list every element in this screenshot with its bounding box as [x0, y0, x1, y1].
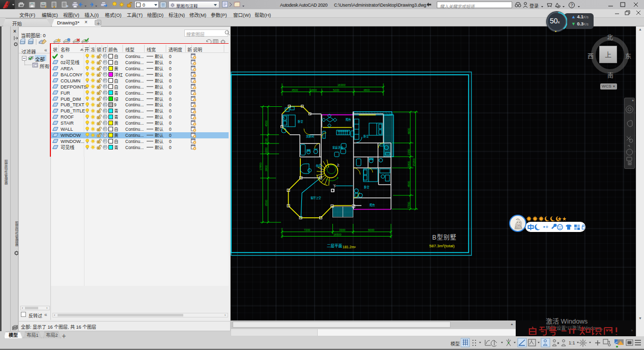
svg-text:0: 0 — [169, 139, 172, 144]
svg-text:Continu...: Continu... — [125, 145, 144, 150]
svg-text:0: 0 — [169, 60, 172, 65]
svg-text:青: 青 — [114, 114, 119, 120]
svg-text:0: 0 — [169, 78, 172, 83]
svg-text:WALL: WALL — [61, 127, 73, 132]
svg-text:白: 白 — [114, 60, 119, 65]
svg-text:状: 状 — [53, 47, 58, 52]
svg-text:家庭活动: 家庭活动 — [332, 145, 343, 150]
svg-text:WINDOW...: WINDOW... — [61, 139, 85, 144]
svg-text:4800: 4800 — [363, 89, 370, 92]
svg-text:默认: 默认 — [155, 139, 164, 144]
svg-text:Continu...: Continu... — [125, 114, 144, 120]
svg-text:上: 上 — [337, 163, 340, 166]
svg-text:Continu...: Continu... — [125, 91, 144, 96]
svg-text:开: 开 — [85, 47, 89, 52]
svg-text:1:1: 1:1 — [569, 340, 575, 345]
svg-text:0: 0 — [169, 127, 172, 132]
svg-text:4500: 4500 — [292, 89, 298, 92]
svg-text:0: 0 — [169, 97, 172, 102]
svg-text:默认: 默认 — [155, 102, 164, 107]
svg-text:16300: 16300 — [338, 83, 346, 86]
svg-text:9: 9 — [114, 102, 117, 107]
svg-text:默认: 默认 — [155, 145, 164, 150]
svg-text:默认: 默认 — [155, 60, 164, 65]
svg-text:7700: 7700 — [407, 202, 410, 208]
svg-text:1800: 1800 — [311, 89, 317, 92]
svg-text:AREA: AREA — [61, 66, 73, 71]
svg-text:默认: 默认 — [155, 66, 164, 71]
svg-text:透明度: 透明度 — [169, 47, 182, 52]
svg-text:0: 0 — [169, 102, 172, 107]
svg-text:冻: 冻 — [91, 47, 95, 52]
svg-text:默认: 默认 — [155, 127, 164, 132]
svg-text:默认: 默认 — [155, 97, 164, 102]
svg-text:Continu...: Continu... — [125, 127, 144, 132]
svg-text:可见线: 可见线 — [61, 144, 74, 150]
svg-text:说明: 说明 — [193, 47, 202, 52]
svg-text:Continu...: Continu... — [125, 133, 144, 138]
svg-text:客厅上空: 客厅上空 — [311, 196, 321, 200]
svg-text:0: 0 — [169, 114, 172, 120]
svg-text:5200: 5200 — [333, 89, 339, 92]
svg-text:黄: 黄 — [114, 133, 119, 138]
svg-text:白: 白 — [114, 78, 119, 83]
svg-text:下: 下 — [333, 185, 336, 188]
svg-text:打: 打 — [102, 47, 107, 52]
svg-text:0: 0 — [169, 66, 172, 71]
svg-text:DEFPOINTS: DEFPOINTS — [61, 84, 87, 90]
svg-text:FUR: FUR — [61, 91, 70, 96]
svg-text:默认: 默认 — [155, 133, 164, 138]
svg-text:默认: 默认 — [155, 114, 164, 120]
svg-text:二层平面: 二层平面 — [327, 244, 342, 248]
svg-text:PUB_TEXT: PUB_TEXT — [61, 102, 85, 107]
svg-text:白: 白 — [114, 139, 119, 144]
svg-text:3300: 3300 — [339, 228, 345, 231]
svg-text:Continu...: Continu... — [125, 97, 144, 102]
svg-text:卧室: 卧室 — [298, 120, 303, 124]
svg-text:6500: 6500 — [265, 200, 268, 206]
svg-text:0: 0 — [169, 108, 172, 113]
svg-text:颜色: 颜色 — [108, 47, 118, 52]
svg-text:PUB_DIM: PUB_DIM — [61, 97, 81, 102]
svg-text:Continu...: Continu... — [125, 54, 144, 59]
svg-text:3800: 3800 — [265, 165, 268, 171]
svg-text:IT: IT — [569, 327, 576, 335]
svg-text:Continu...: Continu... — [125, 66, 144, 71]
svg-text:锁: 锁 — [97, 47, 101, 52]
svg-text:黄: 黄 — [114, 66, 119, 71]
svg-text:洋红: 洋红 — [114, 72, 123, 77]
svg-text:587.3m²(total): 587.3m²(total) — [429, 244, 455, 248]
svg-text:0: 0 — [169, 91, 172, 96]
svg-text:青: 青 — [114, 108, 119, 113]
svg-text:默认: 默认 — [155, 54, 164, 59]
svg-text:次卧间: 次卧间 — [306, 134, 314, 138]
svg-text:Continu...: Continu... — [125, 72, 144, 77]
svg-text:?: ? — [571, 3, 573, 8]
svg-text:青: 青 — [114, 91, 119, 96]
svg-text:4600: 4600 — [407, 128, 410, 134]
svg-text:默认: 默认 — [155, 72, 164, 77]
svg-text:0: 0 — [169, 133, 172, 138]
svg-text:4500: 4500 — [407, 181, 410, 187]
svg-text:线型: 线型 — [125, 47, 134, 52]
svg-text:默认: 默认 — [155, 91, 164, 96]
svg-text:新: 新 — [187, 47, 192, 52]
svg-text:6000: 6000 — [368, 228, 374, 231]
svg-text:默认: 默认 — [155, 84, 164, 90]
svg-text:默认: 默认 — [155, 78, 164, 83]
svg-text:黄: 黄 — [114, 121, 119, 126]
svg-text:1800: 1800 — [407, 161, 410, 167]
svg-text:4500: 4500 — [265, 121, 268, 127]
svg-text:名称: 名称 — [61, 47, 70, 52]
svg-text:1530: 1530 — [265, 138, 268, 144]
svg-text:默认: 默认 — [155, 121, 164, 126]
svg-text:B型别墅: B型别墅 — [432, 234, 457, 241]
svg-text:默认: 默认 — [155, 108, 164, 113]
svg-text:181.2m²: 181.2m² — [343, 245, 356, 249]
svg-text:0: 0 — [61, 54, 63, 59]
svg-text:白: 白 — [114, 127, 119, 132]
svg-text:Continu...: Continu... — [125, 84, 144, 90]
svg-text:0: 0 — [169, 54, 172, 59]
svg-text:BALCONY: BALCONY — [61, 72, 82, 77]
svg-text:17850: 17850 — [259, 162, 262, 170]
